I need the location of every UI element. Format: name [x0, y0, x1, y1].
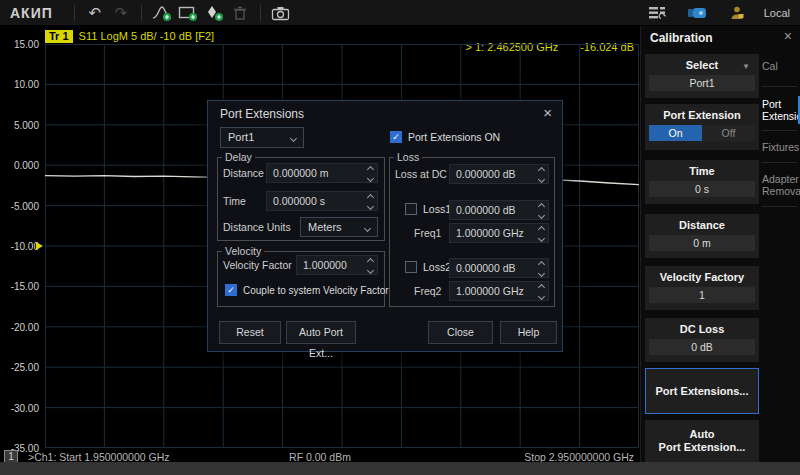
loss2-spinner[interactable] [539, 262, 544, 276]
trace-badge[interactable]: Tr 1 [45, 30, 73, 43]
loss1-label: Loss1 [423, 203, 451, 215]
port-extensions-on-label: Port Extensions ON [408, 131, 500, 143]
add-trace-button[interactable] [149, 3, 175, 23]
velocity-factor-spinner[interactable] [368, 259, 373, 273]
time-label: Time [223, 195, 246, 207]
y-axis-tick: 15.00 [14, 39, 39, 50]
freq1-spinner[interactable] [539, 227, 544, 241]
port-extensions-on-checkbox[interactable]: ✓ Port Extensions ON [390, 131, 500, 143]
time-input[interactable]: 0.000000 s [266, 191, 378, 211]
undo-icon: ↶ [88, 4, 101, 22]
redo-button[interactable]: ↷ [108, 3, 134, 23]
velocity-factor-label: Velocity Factor [223, 259, 292, 271]
chevron-down-icon [290, 135, 297, 142]
y-axis-tick: -10.00 [11, 241, 39, 252]
distance-units-label: Distance Units [223, 221, 291, 233]
checkbox-checked-icon: ✓ [390, 131, 402, 143]
loss1-value: 0.000000 dB [456, 204, 516, 216]
freq2-spinner[interactable] [539, 285, 544, 299]
panel-title: Calibration [650, 31, 713, 45]
distance-label: Distance [223, 167, 264, 179]
velocity-factor-field[interactable]: Velocity Factory 1 [645, 266, 759, 310]
toolbar-separator [141, 5, 142, 21]
freq1-label: Freq1 [414, 227, 441, 239]
auto-port-ext-button[interactable]: Auto Port Ext... [286, 321, 356, 344]
help-button[interactable]: Help [500, 321, 557, 344]
distance-field[interactable]: Distance 0 m [645, 214, 759, 258]
close-button[interactable]: Close [428, 321, 493, 344]
distance-spinner[interactable] [368, 167, 373, 181]
loss2-input[interactable]: 0.000000 dB [449, 258, 549, 278]
toolbar-separator [74, 5, 75, 21]
distance-input[interactable]: 0.000000 m [266, 163, 378, 183]
trace-settings-text[interactable]: S11 LogM 5 dB/ -10 dB [F2] [79, 30, 215, 42]
add-trace-icon [152, 5, 172, 21]
port-extensions-dialog-button[interactable]: Port Extensions... [645, 368, 759, 414]
local-remote-indicator[interactable]: Local [764, 7, 790, 19]
add-window-button[interactable] [175, 3, 201, 23]
reference-level-marker-icon[interactable] [36, 242, 43, 250]
add-marker-button[interactable] [201, 3, 227, 23]
reset-button[interactable]: Reset [219, 321, 281, 344]
loss1-checkbox[interactable]: Loss1 [405, 203, 451, 215]
time-field[interactable]: Time 0 s [645, 160, 759, 204]
tab-adapter-removal[interactable]: Adapter Removal [762, 173, 799, 197]
loss1-input[interactable]: 0.000000 dB [449, 200, 549, 220]
loss2-checkbox[interactable]: Loss2 [405, 261, 451, 273]
tab-separator [762, 206, 797, 207]
loss2-label: Loss2 [423, 261, 451, 273]
tab-fixtures[interactable]: Fixtures [762, 141, 799, 153]
dialog-port-select-value: Port1 [228, 131, 254, 143]
cal-kit-user-button[interactable] [724, 3, 750, 23]
vna-application-window: АКИП ↶ ↷ [0, 0, 800, 475]
checkbox-unchecked-icon [405, 261, 417, 273]
freq1-input[interactable]: 1.000000 GHz [449, 223, 549, 243]
user-key-icon [729, 5, 745, 21]
dialog-title: Port Extensions [220, 107, 304, 121]
loss1-spinner[interactable] [539, 204, 544, 218]
checkbox-unchecked-icon [405, 203, 417, 215]
loss-at-dc-spinner[interactable] [539, 168, 544, 182]
time-spinner[interactable] [368, 195, 373, 209]
couple-velocity-checkbox[interactable]: ✓ Couple to system Velocity Factor [225, 284, 389, 296]
dc-loss-label: DC Loss [645, 318, 759, 335]
undo-button[interactable]: ↶ [82, 3, 108, 23]
couple-velocity-label: Couple to system Velocity Factor [243, 285, 389, 296]
trash-icon [231, 5, 249, 21]
tab-port-extension[interactable]: Port Extension [762, 98, 799, 122]
checkbox-checked-icon: ✓ [225, 284, 237, 296]
distance-input-value: 0.000000 m [273, 167, 328, 179]
time-input-value: 0.000000 s [273, 195, 325, 207]
dialog-port-select[interactable]: Port1 [220, 127, 304, 148]
y-axis-tick: -30.00 [11, 403, 39, 414]
auto-port-extension-button[interactable]: Auto Port Extension... [645, 420, 759, 462]
loss-at-dc-value: 0.000000 dB [456, 168, 516, 180]
dc-loss-field[interactable]: DC Loss 0 dB [645, 318, 759, 362]
port-extensions-dialog: Port Extensions × Port1 ✓ Port Extension… [207, 100, 563, 352]
usb-status-button[interactable] [684, 3, 710, 23]
stack-manager-button[interactable] [644, 3, 670, 23]
loss-at-dc-input[interactable]: 0.000000 dB [449, 164, 549, 184]
top-toolbar: АКИП ↶ ↷ [0, 0, 800, 26]
distance-units-value: Meters [308, 221, 342, 233]
calibration-panel: Calibration × Select ▼ Port1 Port Extens… [640, 26, 800, 462]
redo-icon: ↷ [114, 4, 127, 22]
toggle-on[interactable]: On [649, 125, 702, 141]
chevron-down-icon [364, 225, 371, 232]
freq2-label: Freq2 [414, 285, 441, 297]
distance-units-select[interactable]: Meters [300, 217, 378, 237]
freq2-input[interactable]: 1.000000 GHz [449, 281, 549, 301]
distance-label: Distance [645, 214, 759, 231]
tab-separator [762, 162, 797, 163]
screenshot-button[interactable] [268, 3, 294, 23]
y-axis-tick: -20.00 [11, 322, 39, 333]
selected-port-value: Port1 [649, 75, 755, 91]
tab-cal[interactable]: Cal [762, 60, 799, 72]
select-port-dropdown[interactable]: Select ▼ Port1 [645, 54, 759, 98]
tab-separator [762, 130, 797, 131]
dialog-close-icon[interactable]: × [543, 104, 552, 121]
delete-button[interactable] [227, 3, 253, 23]
port-extension-label: Port Extension [645, 104, 759, 121]
toggle-off[interactable]: Off [702, 125, 755, 141]
velocity-factor-input[interactable]: 1.000000 [296, 255, 378, 275]
